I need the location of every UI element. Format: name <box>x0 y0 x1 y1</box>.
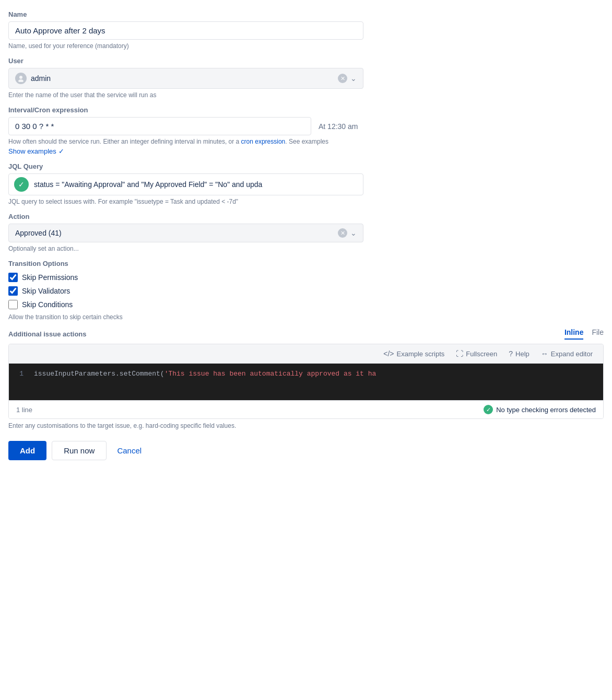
action-select-icons: ✕ ⌄ <box>338 228 357 238</box>
user-select-inner: admin <box>15 73 338 84</box>
action-value: Approved (41) <box>15 229 62 237</box>
expand-editor-label: Expand editor <box>551 350 593 358</box>
user-select[interactable]: admin ✕ ⌄ <box>8 68 363 89</box>
line-count: 1 line <box>16 406 32 414</box>
cron-hint-suffix: . See examples <box>285 138 328 145</box>
code-icon: </> <box>383 349 394 358</box>
user-chevron-icon: ⌄ <box>350 74 357 83</box>
action-field-group: Action Approved (41) ✕ ⌄ Optionally set … <box>8 213 604 252</box>
name-label: Name <box>8 10 604 18</box>
skip-conditions-label: Skip Conditions <box>22 300 73 309</box>
action-select[interactable]: Approved (41) ✕ ⌄ <box>8 224 363 242</box>
additional-hint: Enter any customisations to the target i… <box>8 422 604 429</box>
jql-valid-icon: ✓ <box>14 177 29 192</box>
user-value: admin <box>31 74 51 83</box>
jql-field-group: JQL Query ✓ status = "Awaiting Approval"… <box>8 162 604 205</box>
additional-label: Additional issue actions <box>8 330 87 338</box>
jql-label: JQL Query <box>8 162 604 170</box>
tab-inline[interactable]: Inline <box>564 328 584 340</box>
user-clear-icon[interactable]: ✕ <box>338 74 347 83</box>
example-scripts-button[interactable]: </> Example scripts <box>379 347 449 360</box>
action-hint: Optionally set an action... <box>8 245 604 252</box>
example-scripts-label: Example scripts <box>397 350 445 358</box>
jql-value: status = "Awaiting Approval" and "My App… <box>34 180 358 189</box>
user-label: User <box>8 57 604 65</box>
skip-validators-checkbox[interactable] <box>8 286 18 296</box>
svg-point-0 <box>19 76 22 79</box>
show-examples-label: Show examples <box>8 147 56 155</box>
skip-validators-row: Skip Validators <box>8 286 604 296</box>
jql-hint: JQL query to select issues with. For exa… <box>8 198 604 205</box>
transition-options-group: Transition Options Skip Permissions Skip… <box>8 260 604 321</box>
type-check-label: No type checking errors detected <box>496 406 596 414</box>
svg-point-1 <box>18 79 23 82</box>
user-hint: Enter the name of the user that the serv… <box>8 91 604 99</box>
transition-options-label: Transition Options <box>8 260 604 267</box>
user-select-icons: ✕ ⌄ <box>338 74 357 83</box>
code-editor-wrapper: </> Example scripts ⛶ Fullscreen ? Help … <box>8 344 604 419</box>
cron-label: Interval/Cron expression <box>8 106 604 114</box>
user-avatar-icon <box>15 73 27 84</box>
action-select-inner: Approved (41) <box>15 229 338 237</box>
inline-file-tabs: Inline File <box>564 328 604 340</box>
code-area[interactable]: 1 issueInputParameters.setComment('This … <box>9 364 603 400</box>
expand-icon: ↔ <box>541 349 548 358</box>
additional-section: Additional issue actions Inline File </>… <box>8 328 604 429</box>
code-method: issueInputParameters.setComment( <box>34 370 164 378</box>
help-icon: ? <box>509 349 513 358</box>
cron-time-label: At 12:30 am <box>319 122 358 131</box>
help-button[interactable]: ? Help <box>504 347 534 360</box>
name-input[interactable] <box>8 21 363 40</box>
add-button[interactable]: Add <box>8 441 46 460</box>
cron-expression-link[interactable]: cron expression <box>241 138 286 145</box>
skip-conditions-checkbox[interactable] <box>8 300 18 309</box>
additional-section-header: Additional issue actions Inline File <box>8 328 604 340</box>
action-clear-icon[interactable]: ✕ <box>338 228 347 238</box>
tab-file[interactable]: File <box>592 328 604 340</box>
show-examples-button[interactable]: Show examples ✓ <box>8 147 64 155</box>
code-footer: 1 line ✓ No type checking errors detecte… <box>9 400 603 418</box>
transition-hint: Allow the transition to skip certain che… <box>8 313 604 321</box>
cron-row: At 12:30 am <box>8 117 604 135</box>
skip-permissions-row: Skip Permissions <box>8 273 604 282</box>
action-buttons: Add Run now Cancel <box>8 441 604 460</box>
jql-input-row[interactable]: ✓ status = "Awaiting Approval" and "My A… <box>8 173 363 195</box>
type-check-icon: ✓ <box>484 405 493 414</box>
cancel-button[interactable]: Cancel <box>112 441 147 460</box>
code-content: issueInputParameters.setComment('This is… <box>30 369 603 395</box>
name-field-group: Name Name, used for your reference (mand… <box>8 10 604 50</box>
cron-hint-prefix: How often should the service run. Either… <box>8 138 241 145</box>
fullscreen-label: Fullscreen <box>466 350 497 358</box>
code-toolbar: </> Example scripts ⛶ Fullscreen ? Help … <box>9 344 603 364</box>
type-check-status: ✓ No type checking errors detected <box>484 405 596 414</box>
help-label: Help <box>515 350 529 358</box>
action-chevron-icon: ⌄ <box>350 229 357 237</box>
fullscreen-button[interactable]: ⛶ Fullscreen <box>452 347 501 360</box>
code-string-value: 'This issue has been automatically appro… <box>164 370 376 378</box>
line-numbers: 1 <box>9 369 30 395</box>
cron-field-group: Interval/Cron expression At 12:30 am How… <box>8 106 604 155</box>
fullscreen-icon: ⛶ <box>456 349 463 358</box>
run-now-button[interactable]: Run now <box>52 441 107 460</box>
name-hint: Name, used for your reference (mandatory… <box>8 42 604 50</box>
user-field-group: User admin ✕ ⌄ Enter the name of the use… <box>8 57 604 99</box>
show-examples-chevron-icon: ✓ <box>58 147 64 155</box>
skip-permissions-checkbox[interactable] <box>8 273 18 282</box>
skip-conditions-row: Skip Conditions <box>8 300 604 309</box>
action-label: Action <box>8 213 604 220</box>
cron-hint: How often should the service run. Either… <box>8 138 604 145</box>
skip-validators-label: Skip Validators <box>22 287 70 295</box>
expand-editor-button[interactable]: ↔ Expand editor <box>537 347 597 360</box>
skip-permissions-label: Skip Permissions <box>22 273 78 282</box>
cron-input[interactable] <box>8 117 311 135</box>
